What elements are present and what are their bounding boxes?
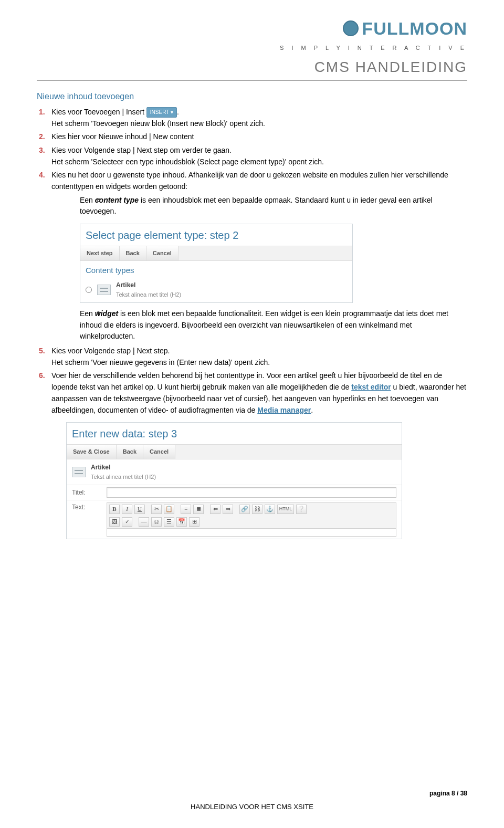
content-types-label: Content types xyxy=(80,261,352,277)
anchor-button[interactable]: ⚓ xyxy=(265,505,275,514)
panel-title: Enter new data: step 3 xyxy=(67,423,402,444)
step-1: 1. Kies voor Toevoegen | Insert INSERT ▾… xyxy=(37,107,467,129)
panel-title: Select page element type: step 2 xyxy=(80,224,352,246)
item-subtitle: Tekst alinea met titel (H2) xyxy=(116,290,181,299)
logo-icon xyxy=(343,20,359,36)
save-close-button[interactable]: Save & Close xyxy=(67,445,117,459)
step-6: 6. Voer hier de verschillende velden beh… xyxy=(37,370,467,539)
unlink-button[interactable]: ⛓ xyxy=(252,505,262,514)
tekst-editor-link[interactable]: tekst editor xyxy=(351,383,391,391)
title-input[interactable] xyxy=(107,487,396,498)
step-note: Het scherm 'Voer nieuwe gegevens in (Ent… xyxy=(51,357,467,369)
radio-icon[interactable] xyxy=(86,287,92,293)
html-button[interactable]: HTML xyxy=(277,505,294,514)
step-4-sub-a: o Een content type is een inhoudsblok me… xyxy=(80,195,467,217)
spellcheck-button[interactable]: ✓ xyxy=(122,517,132,527)
list-ol-button[interactable]: ≣ xyxy=(193,505,204,514)
panel-enter-data: Enter new data: step 3 Save & Close Back… xyxy=(66,422,402,539)
content-type-header: Artikel Tekst alinea met titel (H2) xyxy=(67,459,402,485)
article-thumb-icon xyxy=(72,467,86,477)
doc-title: CMS HANDLEIDING xyxy=(37,56,467,81)
step-note: Het scherm 'Selecteer een type inhoudsbl… xyxy=(51,156,467,168)
title-label: Titel: xyxy=(72,488,100,498)
back-button[interactable]: Back xyxy=(117,445,143,459)
insert-badge[interactable]: INSERT ▾ xyxy=(146,107,177,118)
step-4-sub-b: o Een widget is een blok met een bepaald… xyxy=(80,308,467,342)
brand-header: FULLMOON S I M P L Y I N T E R A C T I V… xyxy=(37,15,467,53)
paste-button[interactable]: 📋 xyxy=(164,505,174,514)
text-editor-area[interactable] xyxy=(107,528,396,537)
item-title: Artikel xyxy=(116,280,181,290)
footer-title: HANDLEIDING VOOR HET CMS XSITE xyxy=(37,802,467,812)
link-button[interactable]: 🔗 xyxy=(239,505,250,514)
bold-button[interactable]: B xyxy=(109,505,120,514)
page-footer: pagina 8 / 38 HANDLEIDING VOOR HET CMS X… xyxy=(37,789,467,812)
brand-tagline: S I M P L Y I N T E R A C T I V E xyxy=(280,44,467,53)
indent-button[interactable]: ⇒ xyxy=(223,505,233,514)
step-5: 5. Kies voor Volgende stap | Next step. … xyxy=(37,345,467,368)
title-row: Titel: xyxy=(67,485,402,500)
step-4: 4. Kies nu het door u gewenste type inho… xyxy=(37,170,467,342)
more-button[interactable]: ☰ xyxy=(164,517,174,527)
section-heading: Nieuwe inhoud toevoegen xyxy=(37,90,467,103)
page-number: pagina 8 / 38 xyxy=(37,789,467,799)
cancel-button[interactable]: Cancel xyxy=(146,246,178,260)
text-row: Text: B I U ✂ 📋 ≡ ≣ xyxy=(67,500,402,539)
step-text: Kies voor Toevoegen | Insert xyxy=(51,108,144,116)
step-number: 1. xyxy=(39,107,45,118)
image-button[interactable]: 🖼 xyxy=(109,517,120,527)
list-ul-button[interactable]: ≡ xyxy=(181,505,191,514)
text-label: Text: xyxy=(72,502,100,512)
brand-name: FULLMOON xyxy=(362,15,467,43)
panel-select-type: Select page element type: step 2 Next st… xyxy=(80,224,353,303)
table-button[interactable]: ⊞ xyxy=(189,517,200,527)
date-button[interactable]: 📅 xyxy=(176,517,187,527)
next-step-button[interactable]: Next step xyxy=(80,246,120,260)
cut-button[interactable]: ✂ xyxy=(151,505,162,514)
content-type-row[interactable]: Artikel Tekst alinea met titel (H2) xyxy=(80,277,352,302)
article-thumb-icon xyxy=(97,285,111,295)
step-3: 3. Kies voor Volgende stap | Next step o… xyxy=(37,145,467,167)
media-manager-link[interactable]: Media manager xyxy=(257,406,311,414)
editor-toolbar-2: 🖼 ✓ — Ω ☰ 📅 ⊞ xyxy=(107,516,396,528)
back-button[interactable]: Back xyxy=(120,246,146,260)
hr-button[interactable]: — xyxy=(139,517,149,527)
cancel-button[interactable]: Cancel xyxy=(143,445,175,459)
help-button[interactable]: ❔ xyxy=(296,505,307,514)
step-2: 2. Kies hier voor Nieuwe inhoud | New co… xyxy=(37,131,467,143)
symbol-button[interactable]: Ω xyxy=(151,517,162,527)
underline-button[interactable]: U xyxy=(134,505,145,514)
editor-toolbar: B I U ✂ 📋 ≡ ≣ ⇐ ⇒ xyxy=(107,502,396,516)
italic-button[interactable]: I xyxy=(122,505,132,514)
outdent-button[interactable]: ⇐ xyxy=(210,505,220,514)
step-note: Het scherm 'Toevoegen nieuw blok (Insert… xyxy=(51,118,467,130)
